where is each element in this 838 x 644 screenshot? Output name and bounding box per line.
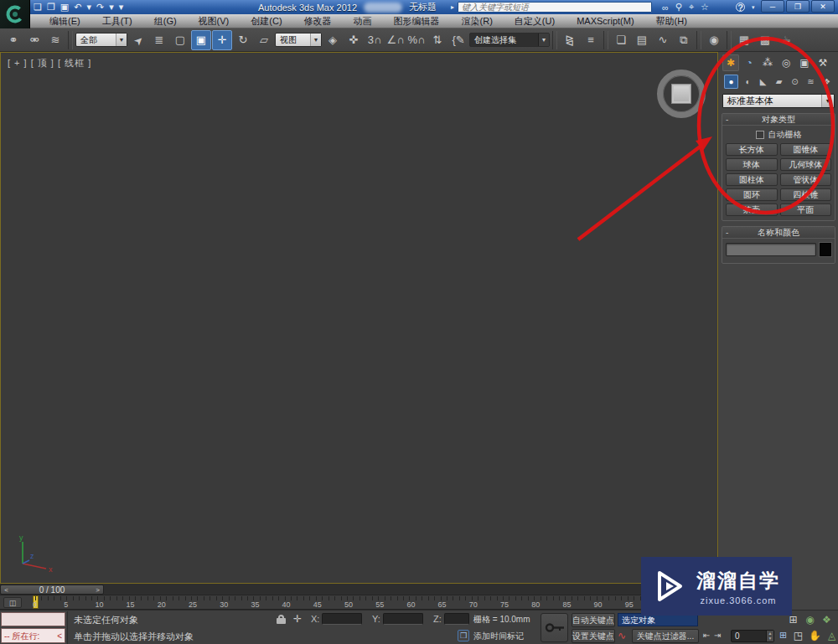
geometry-icon[interactable]: ●: [724, 75, 738, 89]
spinner-snap-icon[interactable]: ⇅: [427, 30, 447, 50]
menu-item[interactable]: 组(G): [143, 14, 188, 28]
customize-qat-icon[interactable]: ▾: [119, 1, 124, 13]
percent-snap-icon[interactable]: %∩: [406, 30, 427, 50]
z-coordinate-field[interactable]: [444, 613, 469, 625]
maxscript-listener-row[interactable]: -- 所在行: <: [1, 628, 65, 643]
tab-utilities[interactable]: ⚒: [815, 54, 831, 71]
viewport-top[interactable]: [ + ] [ 顶 ] [ 线框 ] y x z: [0, 52, 718, 584]
minimize-button[interactable]: ─: [761, 0, 784, 13]
menu-item[interactable]: 工具(T): [91, 14, 143, 28]
object-type-button[interactable]: 圆锥体: [780, 143, 832, 156]
object-color-swatch[interactable]: [820, 243, 831, 256]
render-production-icon[interactable]: ☕: [776, 30, 796, 50]
tab-display[interactable]: ▣: [796, 54, 813, 71]
name-color-rollout-header[interactable]: - 名称和颜色: [722, 227, 835, 239]
window-crossing-icon[interactable]: ▣: [191, 30, 211, 50]
selection-lock-icon[interactable]: [277, 615, 286, 624]
rendered-frame-icon[interactable]: ▩: [755, 30, 775, 50]
go-to-end-icon[interactable]: ⇥: [714, 631, 721, 640]
listener-scroll-icon[interactable]: <: [57, 629, 62, 642]
ribbon-toggle-icon[interactable]: ▤: [632, 30, 652, 50]
shapes-icon[interactable]: ◖: [740, 75, 754, 89]
maxscript-mini-listener-input[interactable]: [1, 612, 65, 626]
key-mode-toggle-icon[interactable]: ⊞: [779, 630, 787, 641]
tab-create[interactable]: ✱: [722, 54, 739, 71]
menu-item[interactable]: 创建(C): [240, 14, 292, 28]
align-icon[interactable]: ≡: [581, 30, 601, 50]
menu-item[interactable]: 视图(V): [188, 14, 241, 28]
binoculars-icon[interactable]: ∞: [662, 3, 669, 13]
y-coordinate-field[interactable]: [383, 613, 423, 625]
select-and-move-icon[interactable]: ✛: [212, 30, 232, 50]
set-key-button[interactable]: 设置关键点: [572, 629, 615, 643]
select-and-rotate-icon[interactable]: ↻: [233, 30, 253, 50]
search-input[interactable]: [458, 2, 652, 13]
lights-icon[interactable]: ◣: [756, 75, 770, 89]
select-and-scale-icon[interactable]: ▱: [254, 30, 274, 50]
object-type-button[interactable]: 茶壶: [726, 204, 778, 216]
next-frame-button[interactable]: >: [92, 586, 103, 594]
named-sets-icon[interactable]: {✎: [448, 30, 468, 50]
schematic-view-icon[interactable]: ⧉: [674, 30, 694, 50]
helpers-icon[interactable]: ⊙: [788, 75, 802, 89]
tab-motion[interactable]: ◎: [778, 54, 794, 71]
menu-item[interactable]: 图形编辑器: [383, 14, 451, 28]
menu-item[interactable]: 修改器: [293, 14, 343, 28]
previous-frame-button[interactable]: <: [1, 586, 12, 594]
named-selection-set-dropdown[interactable]: 创建选择集▼: [469, 33, 550, 47]
select-object-icon[interactable]: ➤: [124, 26, 153, 54]
pan-hand-icon[interactable]: ✋: [808, 628, 822, 642]
select-and-manipulate-icon[interactable]: ✜: [344, 30, 364, 50]
time-slider-track[interactable]: < 0 / 100 >: [0, 584, 718, 595]
reference-coord-dropdown[interactable]: 视图▼: [275, 33, 322, 47]
add-time-tag-button[interactable]: 添加时间标记: [473, 631, 524, 642]
absolute-mode-icon[interactable]: ✛: [293, 613, 302, 625]
save-file-icon[interactable]: ▣: [60, 1, 69, 13]
maximize-button[interactable]: ❐: [786, 0, 810, 13]
mini-curve-editor-button[interactable]: ◫: [3, 597, 22, 608]
redo-icon[interactable]: ↷: [96, 1, 104, 13]
object-type-rollout-header[interactable]: - 对象类型: [722, 114, 835, 126]
track-bar[interactable]: ◫ 05101520253035404550556065707580859095…: [0, 595, 718, 610]
angle-snap-icon[interactable]: ∠∩: [385, 30, 406, 50]
object-type-button[interactable]: 平面: [780, 204, 832, 216]
cameras-icon[interactable]: ▰: [772, 75, 786, 89]
new-scene-icon[interactable]: ❏: [34, 1, 42, 13]
use-pivot-center-icon[interactable]: ◈: [323, 30, 343, 50]
undo-icon[interactable]: ↶: [74, 1, 81, 13]
region-zoom-icon[interactable]: ◳: [791, 628, 805, 642]
object-name-field[interactable]: [726, 243, 816, 256]
material-editor-icon[interactable]: ◉: [704, 30, 724, 50]
object-type-button[interactable]: 长方体: [726, 143, 778, 156]
menu-item[interactable]: 动画: [343, 14, 383, 28]
zoom-extents-icon[interactable]: ❖: [820, 612, 834, 626]
application-menu-button[interactable]: [0, 0, 30, 28]
spinner-arrows[interactable]: ▲▼: [766, 631, 773, 641]
help-caret-icon[interactable]: ▾: [752, 4, 755, 11]
menu-item[interactable]: 编辑(E): [39, 14, 91, 28]
viewport-label[interactable]: [ + ] [ 顶 ] [ 线框 ]: [8, 57, 91, 70]
orbit-icon[interactable]: ◬: [825, 628, 838, 642]
add-time-tag-icon[interactable]: ❒: [458, 630, 469, 641]
autogrid-checkbox[interactable]: [756, 131, 764, 139]
curve-editor-icon[interactable]: ∿: [653, 30, 673, 50]
bind-to-space-warp-icon[interactable]: ≋: [45, 30, 65, 50]
communication-center-icon[interactable]: ⌖: [689, 2, 694, 13]
wrench-icon[interactable]: ⚲: [675, 2, 682, 13]
select-and-link-icon[interactable]: ⚭: [3, 30, 23, 50]
current-frame-spinner[interactable]: 0 ▲▼: [731, 630, 774, 642]
object-type-button[interactable]: 管状体: [780, 173, 832, 186]
search-go-icon[interactable]: ▸: [451, 3, 454, 11]
close-button[interactable]: ✕: [811, 0, 835, 13]
undo-caret-icon[interactable]: ▾: [86, 1, 91, 13]
menu-item[interactable]: 帮助(H): [645, 14, 698, 28]
menu-item[interactable]: 自定义(U): [504, 14, 566, 28]
auto-key-button[interactable]: 自动关键点: [572, 613, 615, 627]
space-warps-icon[interactable]: ≋: [804, 75, 818, 89]
menu-item[interactable]: 渲染(R): [451, 14, 504, 28]
help-icon[interactable]: ?: [736, 3, 745, 12]
render-setup-icon[interactable]: ▦: [734, 30, 754, 50]
viewcube-top-face[interactable]: [671, 84, 691, 104]
category-dropdown[interactable]: 标准基本体 ▼: [722, 94, 835, 108]
object-type-button[interactable]: 球体: [726, 158, 778, 171]
